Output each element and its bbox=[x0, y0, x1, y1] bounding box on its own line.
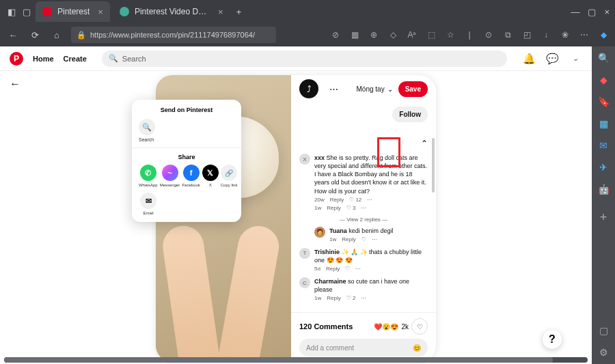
sidebar-add-button[interactable]: + bbox=[600, 210, 607, 225]
account-menu[interactable]: ⌄ bbox=[569, 52, 582, 66]
save-button[interactable]: Save bbox=[398, 81, 428, 97]
browser-tab[interactable]: Pinterest Video Downloader - D × bbox=[113, 1, 230, 22]
reply-button[interactable]: Reply bbox=[327, 295, 340, 301]
scrollbar[interactable] bbox=[432, 138, 435, 193]
back-button[interactable]: ← bbox=[5, 27, 20, 42]
sidebar-search-icon[interactable]: 🔍 bbox=[597, 52, 610, 64]
close-icon[interactable]: × bbox=[218, 7, 223, 17]
comment-more[interactable]: ⋯ bbox=[355, 266, 361, 272]
extension-icon[interactable]: ⊘ bbox=[329, 29, 342, 41]
sidebar-icon[interactable]: 🤖 bbox=[597, 183, 610, 195]
help-button[interactable]: ? bbox=[543, 330, 562, 349]
notifications-icon[interactable]: 🔔 bbox=[522, 52, 536, 66]
collections-icon[interactable]: ⧉ bbox=[502, 29, 514, 41]
comment-user[interactable]: Charmaine bbox=[314, 278, 346, 285]
like-button[interactable]: ♡ bbox=[345, 266, 350, 272]
react-button[interactable]: ♡ bbox=[411, 318, 428, 335]
refresh-button[interactable]: ⟳ bbox=[27, 27, 42, 42]
extension-icon[interactable]: ◰ bbox=[521, 29, 533, 41]
view-replies[interactable]: — View 2 replies — bbox=[299, 216, 428, 223]
reply-button[interactable]: Reply bbox=[326, 266, 340, 272]
back-arrow[interactable]: ← bbox=[10, 78, 20, 90]
minimize-button[interactable]: — bbox=[571, 7, 579, 17]
pinterest-logo[interactable]: P bbox=[10, 52, 23, 66]
comment-user[interactable]: Trishinie bbox=[314, 249, 340, 255]
horizontal-scrollbar[interactable] bbox=[4, 357, 588, 363]
comment-more[interactable]: ⋯ bbox=[372, 236, 377, 242]
add-comment-input[interactable]: Add a comment 😊 bbox=[299, 339, 428, 356]
share-copy-link[interactable]: 🔗 Copy link bbox=[221, 165, 238, 187]
sidebar-icon[interactable]: ▦ bbox=[597, 117, 610, 130]
follow-button[interactable]: Follow bbox=[392, 107, 428, 122]
comment-text: kedi benim degil bbox=[348, 227, 393, 234]
browser-tab-active[interactable]: Pinterest × bbox=[36, 1, 110, 22]
share-x[interactable]: 𝕏 X bbox=[202, 165, 219, 187]
extension-icon[interactable]: ⬚ bbox=[425, 29, 437, 41]
extension-icon[interactable]: | bbox=[463, 29, 476, 41]
close-icon[interactable]: × bbox=[98, 7, 103, 17]
board-name: Móng tay bbox=[357, 85, 385, 93]
sidebar-icon[interactable]: ▢ bbox=[597, 324, 610, 337]
extension-icon[interactable]: Aᵃ bbox=[406, 29, 418, 41]
reply-button[interactable]: Reply bbox=[327, 205, 340, 211]
avatar[interactable]: C bbox=[299, 277, 310, 288]
share-messenger[interactable]: ~ Messenger bbox=[160, 165, 180, 187]
emoji-icon[interactable]: 😊 bbox=[413, 344, 421, 352]
reply-button[interactable]: Reply bbox=[330, 197, 344, 203]
new-tab-button[interactable]: + bbox=[233, 5, 245, 18]
avatar[interactable]: X bbox=[299, 154, 310, 165]
share-search[interactable]: 🔍 Search bbox=[139, 119, 234, 142]
like-button[interactable]: ♡ 12 bbox=[349, 197, 361, 203]
comment-user[interactable]: xxx bbox=[314, 154, 325, 161]
comment: X xxx She is so pretty. Rag doll cats ar… bbox=[299, 154, 428, 211]
comment-more[interactable]: ⋯ bbox=[361, 205, 366, 211]
sidebar-outlook-icon[interactable]: ✉ bbox=[597, 139, 610, 152]
home-button[interactable]: ⌂ bbox=[49, 27, 64, 42]
avatar[interactable]: 🧑 bbox=[314, 227, 325, 238]
share-title: Share bbox=[139, 154, 234, 160]
nav-home[interactable]: Home bbox=[33, 55, 54, 63]
comment-time: 1w bbox=[329, 236, 336, 242]
comment-user[interactable]: Tuana bbox=[329, 227, 347, 234]
comment-more[interactable]: ⋯ bbox=[367, 197, 372, 203]
comment-more[interactable]: ⋯ bbox=[361, 295, 366, 301]
extension-icon[interactable]: ❀ bbox=[559, 29, 571, 41]
extension-icon[interactable]: ↓ bbox=[540, 29, 552, 41]
like-button[interactable]: ♡ 2 bbox=[346, 295, 356, 301]
share-whatsapp[interactable]: ✆ WhatsApp bbox=[139, 165, 158, 187]
nav-create[interactable]: Create bbox=[64, 55, 87, 63]
collapse-button[interactable]: ⌃ bbox=[421, 139, 428, 148]
board-selector[interactable]: Móng tay ⌄ bbox=[357, 85, 393, 93]
menu-icon[interactable]: ⋯ bbox=[578, 29, 590, 41]
x-icon: 𝕏 bbox=[202, 165, 219, 181]
like-button[interactable]: ♡ 3 bbox=[346, 205, 356, 211]
maximize-button[interactable]: ▢ bbox=[588, 7, 596, 17]
favorites-icon[interactable]: ☆ bbox=[444, 29, 456, 41]
extension-icon[interactable]: ◇ bbox=[387, 29, 399, 41]
pin-details: ⤴ ⋯ Móng tay ⌄ Save Follow bbox=[291, 75, 436, 362]
avatar[interactable]: T bbox=[299, 248, 310, 259]
workspace-icon[interactable]: ◧ bbox=[5, 5, 18, 18]
extension-icon[interactable]: ▦ bbox=[348, 29, 361, 41]
sidebar-icon[interactable]: ◆ bbox=[597, 74, 610, 86]
tabs-overview-icon[interactable]: ▢ bbox=[20, 5, 33, 18]
share-button[interactable]: ⤴ bbox=[299, 79, 318, 98]
messages-icon[interactable]: 💬 bbox=[545, 52, 559, 66]
scrollbar-thumb[interactable] bbox=[4, 357, 553, 363]
share-facebook[interactable]: f Facebook bbox=[182, 165, 200, 187]
settings-icon[interactable]: ⚙ bbox=[597, 346, 610, 359]
sidebar-icon[interactable]: 🔖 bbox=[597, 96, 610, 108]
reply-button[interactable]: Reply bbox=[342, 236, 355, 242]
chevron-down-icon: ⌄ bbox=[387, 85, 393, 93]
like-button[interactable]: ♡ bbox=[361, 236, 366, 242]
copilot-icon[interactable]: ◆ bbox=[597, 29, 610, 41]
more-button[interactable]: ⋯ bbox=[324, 79, 343, 98]
comments-footer: 120 Comments ❤️😮😍 2k ♡ Add a comment 😊 bbox=[291, 312, 436, 362]
share-email[interactable]: ✉ Email bbox=[139, 193, 158, 215]
extension-icon[interactable]: ⊕ bbox=[368, 29, 380, 41]
address-bar[interactable]: 🔒 https://www.pinterest.com/pin/21117497… bbox=[71, 27, 276, 43]
extension-icon[interactable]: ⊙ bbox=[482, 29, 495, 41]
close-window-button[interactable]: × bbox=[604, 7, 610, 17]
search-input[interactable]: 🔍 Search bbox=[102, 51, 507, 67]
sidebar-icon[interactable]: ✈ bbox=[597, 161, 610, 173]
